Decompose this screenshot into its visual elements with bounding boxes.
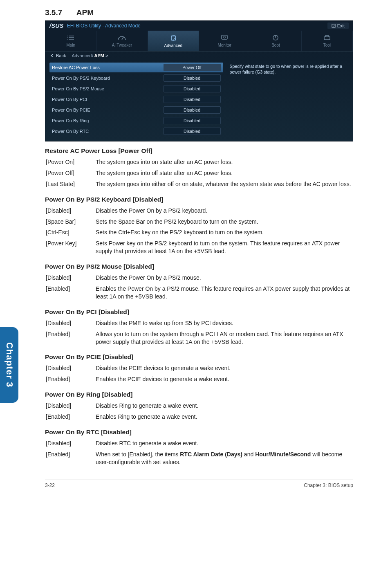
tab-boot[interactable]: Boot [250,31,301,51]
def-val: The system goes into on state after an A… [96,157,352,167]
list-icon [45,33,96,42]
text: and [242,451,255,458]
def-key: [Disabled] [46,206,95,216]
def-key: [Disabled] [46,401,95,411]
section-heading: 3.5.7 APM [45,8,353,17]
def-key: [Disabled] [46,273,95,283]
setting-value[interactable]: Disabled [164,85,221,92]
section-title: APM [76,8,94,17]
heading-power-on-rtc: Power On By RTC [Disabled] [45,429,353,436]
def-key: [Last State] [46,179,95,189]
bios-tab-bar: Main Ai Tweaker Advanced Monitor Boot [45,31,353,52]
chapter-label: Chapter 3: BIOS setup [304,483,353,488]
def-key: [Power Off] [46,168,95,178]
setting-power-on-ring[interactable]: Power On By Ring Disabled [49,116,223,126]
setting-label: Power On By Ring [52,118,164,123]
setting-label: Power On By RTC [52,129,164,134]
def-key: [Space Bar] [46,217,95,227]
bios-title-text: EFI BIOS Utility - Advanced Mode [67,23,141,29]
bios-titlebar: /SUS EFI BIOS Utility - Advanced Mode Ex… [45,21,353,31]
tab-tool-label: Tool [302,43,352,47]
def-val: Disables the PCIE devices to generate a … [96,363,352,373]
setting-value[interactable]: Disabled [164,106,221,114]
setting-power-on-ps2-keyboard[interactable]: Power On By PS/2 Keyboard Disabled [49,73,223,83]
def-val: The system goes into either off or on st… [96,179,352,189]
def-key: [Power Key] [46,238,95,256]
section-number: 3.5.7 [45,8,62,17]
def-key: [Disabled] [46,318,95,328]
crumb-leaf: APM [94,53,104,58]
chapter-side-tab: Chapter 3 [0,327,18,403]
chapter-side-tab-label: Chapter 3 [4,342,15,387]
def-val: Disables RTC to generate a wake event. [96,438,352,449]
def-val: Sets the Ctrl+Esc key on the PS/2 keyboa… [96,227,352,238]
tool-icon [302,33,352,42]
bios-body: Restore AC Power Loss Power Off Power On… [45,60,353,141]
setting-restore-ac-power-loss[interactable]: Restore AC Power Loss Power Off [49,63,223,72]
setting-label: Power On By PCI [52,97,164,102]
setting-value[interactable]: Power Off [164,64,221,71]
setting-value[interactable]: Disabled [164,117,221,124]
bold-text: RTC Alarm Date (Days) [180,451,242,458]
def-val: The system goes into off state after an … [96,168,352,178]
setting-power-on-pcie[interactable]: Power On By PCIE Disabled [49,105,223,115]
svg-line-7 [122,37,123,40]
tab-monitor-label: Monitor [199,43,250,47]
def-val: Disables the PME to wake up from S5 by P… [96,318,352,328]
def-key: [Ctrl-Esc] [46,227,95,238]
def-val: Enables the Power On by a PS/2 mouse. Th… [96,284,352,302]
defs-power-on-rtc: [Disabled]Disables RTC to generate a wak… [45,438,353,468]
setting-label: Power On By PS/2 Mouse [52,86,164,91]
setting-label: Restore AC Power Loss [52,65,164,70]
bold-text: Hour/Minute/Second [255,451,311,458]
back-button[interactable]: Back [50,53,66,58]
def-key: [Power On] [46,157,95,167]
setting-value[interactable]: Disabled [164,74,221,82]
tab-advanced[interactable]: Advanced [148,31,199,51]
setting-power-on-rtc[interactable]: Power On By RTC Disabled [49,126,223,136]
breadcrumb-path: Advanced\ APM > [72,53,108,58]
exit-label: Exit [337,23,345,28]
svg-rect-0 [332,24,335,27]
def-val: Sets Power key on the PS/2 keyboard to t… [96,238,352,256]
exit-icon [332,24,336,28]
heading-power-on-ps2-mouse: Power On By PS/2 Mouse [Disabled] [45,263,353,270]
tab-ai-tweaker[interactable]: Ai Tweaker [96,31,148,51]
defs-power-on-ring: [Disabled]Disables Ring to generate a wa… [45,400,353,423]
tab-ai-label: Ai Tweaker [96,43,147,47]
gauge-icon [96,33,147,42]
def-key: [Enabled] [46,412,95,422]
setting-value[interactable]: Disabled [164,96,221,103]
crumb-parent: Advanced\ [72,53,93,58]
def-val: Disables the Power On by a PS/2 mouse. [96,273,352,283]
heading-power-on-pcie: Power On By PCIE [Disabled] [45,353,353,361]
defs-power-on-ps2-mouse: [Disabled]Disables the Power On by a PS/… [45,272,353,303]
breadcrumb: Back Advanced\ APM > [45,52,353,60]
text: When set to [Enabled], the items [96,451,180,458]
def-val: When set to [Enabled], the items RTC Ala… [96,449,352,467]
back-arrow-icon [50,54,54,58]
def-key: [Enabled] [46,329,95,347]
tab-main[interactable]: Main [45,31,96,51]
exit-button[interactable]: Exit [327,22,349,29]
def-key: [Enabled] [46,449,95,467]
heading-power-on-ring: Power On By Ring [Disabled] [45,391,353,398]
tab-monitor[interactable]: Monitor [199,31,250,51]
defs-restore-ac-power-loss: [Power On]The system goes into on state … [45,156,353,190]
crumb-arrow: > [105,53,108,58]
def-val: Allows you to turn on the system through… [96,329,352,347]
heading-power-on-pci: Power On By PCI [Disabled] [45,308,353,316]
chip-icon [148,34,199,43]
defs-power-on-ps2-keyboard: [Disabled]Disables the Power On by a PS/… [45,205,353,257]
def-val: Disables the Power On by a PS/2 keyboard… [96,206,352,216]
heading-restore-ac-power-loss: Restore AC Power Loss [Power Off] [45,147,353,155]
setting-value[interactable]: Disabled [164,128,221,135]
tab-tool[interactable]: Tool [302,31,353,51]
tab-boot-label: Boot [250,43,301,47]
def-key: [Disabled] [46,438,95,449]
setting-power-on-pci[interactable]: Power On By PCI Disabled [49,94,223,104]
setting-power-on-ps2-mouse[interactable]: Power On By PS/2 Mouse Disabled [49,84,223,94]
def-val: Enables the PCIE devices to generate a w… [96,374,352,384]
bios-window: /SUS EFI BIOS Utility - Advanced Mode Ex… [45,20,353,141]
def-val: Enables Ring to generate a wake event. [96,412,352,422]
